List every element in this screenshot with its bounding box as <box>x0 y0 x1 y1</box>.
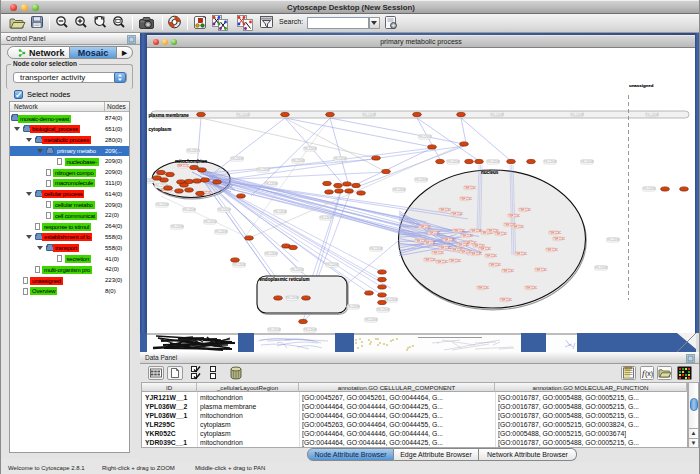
svg-text:YBR115C: YBR115C <box>508 214 520 218</box>
svg-text:YBR115C: YBR115C <box>464 186 476 190</box>
svg-text:unassigned: unassigned <box>629 83 654 88</box>
svg-text:YBR115C: YBR115C <box>424 241 436 245</box>
svg-text:YKL120W: YKL120W <box>218 208 231 212</box>
svg-text:YKL120W: YKL120W <box>156 203 169 207</box>
svg-text:YKL120W: YKL120W <box>487 160 500 164</box>
svg-text:YBR115C: YBR115C <box>436 260 448 264</box>
svg-text:YKL120W: YKL120W <box>447 160 460 164</box>
svg-text:YKL120W: YKL120W <box>274 210 287 214</box>
svg-text:YKL120W: YKL120W <box>393 188 406 192</box>
svg-text:YKL120W: YKL120W <box>291 268 304 272</box>
svg-text:YBR115C: YBR115C <box>512 225 524 229</box>
svg-text:YKL120W: YKL120W <box>231 157 244 161</box>
svg-text:YBR115C: YBR115C <box>419 225 431 229</box>
svg-text:YBR115C: YBR115C <box>439 246 451 250</box>
svg-text:YKL120W: YKL120W <box>257 168 270 172</box>
svg-text:YBR115C: YBR115C <box>485 254 497 258</box>
svg-text:YKL120W: YKL120W <box>607 238 620 242</box>
svg-text:YKL120W: YKL120W <box>147 179 155 183</box>
svg-text:YKL120W: YKL120W <box>233 263 246 267</box>
svg-text:YBR115C: YBR115C <box>553 237 565 241</box>
svg-text:YBR115C: YBR115C <box>177 164 189 168</box>
svg-text:YKL120W: YKL120W <box>571 113 584 117</box>
svg-text:YKL120W: YKL120W <box>187 149 200 153</box>
svg-text:YKL120W: YKL120W <box>365 318 378 322</box>
svg-text:YBR115C: YBR115C <box>443 238 455 242</box>
svg-text:mitochondrion: mitochondrion <box>175 159 207 164</box>
svg-text:YKL120W: YKL120W <box>491 113 504 117</box>
svg-text:YBR115C: YBR115C <box>535 268 547 272</box>
svg-text:YKL120W: YKL120W <box>370 247 383 251</box>
svg-text:YKL120W: YKL120W <box>419 135 432 139</box>
svg-text:YBR115C: YBR115C <box>453 229 465 233</box>
svg-text:cytoplasm: cytoplasm <box>149 127 172 132</box>
svg-text:YBR115C: YBR115C <box>477 286 489 290</box>
svg-text:YKL120W: YKL120W <box>265 182 278 186</box>
svg-text:YKL120W: YKL120W <box>215 230 228 234</box>
svg-text:YKL120W: YKL120W <box>304 328 317 332</box>
svg-text:YKL120W: YKL120W <box>595 266 608 270</box>
svg-text:YKL120W: YKL120W <box>334 157 347 161</box>
svg-text:nucleus: nucleus <box>481 170 499 175</box>
svg-text:YKL120W: YKL120W <box>204 220 217 224</box>
svg-text:(x): (x) <box>645 370 653 378</box>
svg-text:YBR115C: YBR115C <box>515 252 527 256</box>
svg-text:YBR115C: YBR115C <box>495 232 507 236</box>
svg-text:YKL120W: YKL120W <box>326 263 339 267</box>
svg-text:YBR115C: YBR115C <box>479 247 491 251</box>
svg-text:YKL120W: YKL120W <box>237 113 250 117</box>
svg-text:YBR115C: YBR115C <box>546 248 558 252</box>
svg-text:YKL120W: YKL120W <box>292 159 305 163</box>
svg-text:YKL120W: YKL120W <box>320 216 333 220</box>
svg-text:YKL120W: YKL120W <box>385 298 398 302</box>
svg-text:YKL120W: YKL120W <box>347 305 360 309</box>
svg-text:plasma membrane: plasma membrane <box>149 113 190 118</box>
svg-text:YBR115C: YBR115C <box>432 251 444 255</box>
svg-text:YBR115C: YBR115C <box>500 298 512 302</box>
svg-text:YKL120W: YKL120W <box>171 225 184 229</box>
svg-text:YKL120W: YKL120W <box>377 308 390 312</box>
svg-text:YBR115C: YBR115C <box>449 259 461 263</box>
svg-text:YBR115C: YBR115C <box>439 208 451 212</box>
svg-text:YBR115C: YBR115C <box>549 231 561 235</box>
svg-text:YKL120W: YKL120W <box>544 160 557 164</box>
svg-text:YKL120W: YKL120W <box>643 187 656 191</box>
svg-text:YBR115C: YBR115C <box>428 231 440 235</box>
svg-text:YKL120W: YKL120W <box>646 113 659 117</box>
svg-text:YBR115C: YBR115C <box>461 234 473 238</box>
svg-text:YBR115C: YBR115C <box>470 252 482 256</box>
svg-text:YBR115C: YBR115C <box>424 258 436 262</box>
svg-text:YBR115C: YBR115C <box>451 212 463 216</box>
svg-text:YKL120W: YKL120W <box>183 208 196 212</box>
svg-text:YKL120W: YKL120W <box>415 178 428 182</box>
svg-text:endoplasmic reticulum: endoplasmic reticulum <box>260 277 310 282</box>
svg-text:YKL120W: YKL120W <box>268 328 281 332</box>
svg-text:YBR115C: YBR115C <box>525 286 537 290</box>
svg-text:YBR115C: YBR115C <box>457 243 469 247</box>
svg-text:YKL120W: YKL120W <box>363 113 376 117</box>
svg-text:YBR115C: YBR115C <box>502 269 514 273</box>
svg-text:YKL120W: YKL120W <box>265 252 278 256</box>
svg-text:YBR115C: YBR115C <box>489 263 501 267</box>
svg-text:YKL120W: YKL120W <box>304 147 317 151</box>
svg-text:YKL120W: YKL120W <box>581 160 594 164</box>
svg-text:YBR115C: YBR115C <box>460 197 472 201</box>
svg-text:YBR115C: YBR115C <box>519 208 531 212</box>
svg-text:YKL120W: YKL120W <box>286 296 299 300</box>
